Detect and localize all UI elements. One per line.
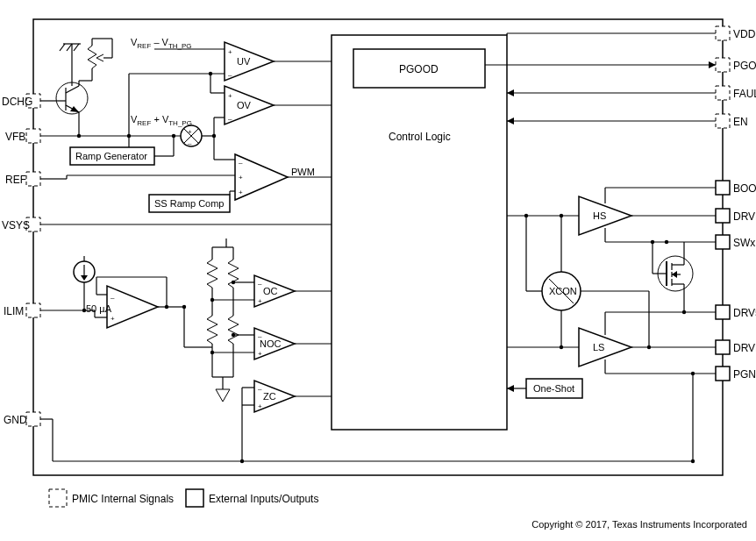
svg-text:+: + bbox=[188, 128, 192, 136]
pin-vdd bbox=[716, 26, 730, 40]
pin-vsys-label: VSYS bbox=[2, 219, 30, 231]
svg-text:–: – bbox=[228, 71, 232, 79]
pin-swx bbox=[716, 235, 730, 249]
svg-point-164 bbox=[682, 310, 686, 314]
svg-point-167 bbox=[651, 240, 654, 244]
svg-text:+: + bbox=[258, 402, 262, 410]
svg-point-132 bbox=[665, 240, 668, 244]
svg-point-170 bbox=[691, 459, 695, 463]
ov-label: OV bbox=[237, 100, 252, 110]
control-logic-label: Control Logic bbox=[389, 131, 451, 143]
pin-swx-label: SWx bbox=[733, 237, 755, 249]
svg-point-78 bbox=[165, 305, 168, 309]
pin-vfb bbox=[26, 129, 40, 143]
svg-text:+: + bbox=[228, 92, 232, 100]
xcon-label: XCON bbox=[549, 286, 577, 296]
svg-point-147 bbox=[647, 345, 651, 349]
uv-label: UV bbox=[237, 56, 251, 67]
pin-drvhx-label: DRVHx bbox=[733, 210, 756, 223]
control-logic-block bbox=[332, 35, 507, 430]
svg-text:–: – bbox=[258, 385, 262, 393]
pin-ref-label: REF bbox=[5, 174, 26, 186]
pin-en bbox=[716, 114, 730, 128]
svg-text:–: – bbox=[188, 139, 192, 147]
svg-text:+: + bbox=[228, 48, 232, 56]
one-shot-label: One-Shot bbox=[533, 383, 574, 394]
i50-label: 50 µA bbox=[86, 303, 112, 314]
svg-text:–: – bbox=[258, 332, 262, 340]
svg-point-169 bbox=[691, 372, 695, 375]
svg-text:+: + bbox=[239, 189, 243, 196]
legend-extio-label: External Inputs/Outputs bbox=[209, 493, 318, 505]
svg-text:–: – bbox=[228, 115, 232, 123]
legend-dashed-icon bbox=[49, 489, 67, 507]
svg-point-34 bbox=[77, 134, 81, 138]
svg-point-142 bbox=[560, 214, 563, 217]
ss-ramp-label: SS Ramp Comp bbox=[154, 198, 224, 209]
pin-fault bbox=[716, 86, 730, 100]
legend-solid-icon bbox=[186, 489, 203, 507]
pwm-label: PWM bbox=[291, 167, 315, 177]
svg-point-41 bbox=[172, 134, 175, 138]
svg-point-93 bbox=[182, 305, 186, 309]
pin-ilim-label: ILIM bbox=[4, 305, 24, 317]
pin-drvlx bbox=[716, 340, 730, 354]
pin-en-label: EN bbox=[733, 116, 748, 128]
pin-bootx bbox=[716, 181, 730, 195]
svg-point-144 bbox=[560, 345, 563, 349]
legend-pmic-label: PMIC Internal Signals bbox=[72, 493, 174, 505]
svg-text:+: + bbox=[258, 350, 262, 358]
pin-dchg-label: DCHG bbox=[2, 96, 32, 108]
pin-gnd-label: GND bbox=[4, 414, 27, 426]
ramp-gen-label: Ramp Generator bbox=[75, 151, 147, 161]
zc-label: ZC bbox=[263, 391, 276, 402]
svg-point-53 bbox=[212, 134, 216, 138]
pin-pgood-label: PGOOD bbox=[733, 60, 756, 72]
svg-text:–: – bbox=[258, 280, 262, 288]
svg-text:+: + bbox=[239, 174, 243, 182]
svg-point-99 bbox=[210, 298, 214, 302]
svg-text:+: + bbox=[111, 315, 115, 323]
svg-point-98 bbox=[232, 281, 235, 284]
pin-drv5v-label: DRV5V_x_x bbox=[733, 307, 756, 319]
pin-vdd-label: VDD bbox=[733, 28, 756, 40]
svg-text:–: – bbox=[239, 159, 243, 167]
hs-label: HS bbox=[593, 210, 606, 221]
pgood-block-label: PGOOD bbox=[399, 63, 439, 75]
svg-point-118 bbox=[240, 459, 244, 463]
svg-text:–: – bbox=[111, 294, 115, 302]
copyright-text: Copyright © 2017, Texas Instruments Inco… bbox=[531, 519, 747, 530]
pin-drvlx-label: DRVLx bbox=[733, 342, 756, 354]
pin-ilim bbox=[26, 303, 40, 317]
pin-vfb-label: VFB bbox=[5, 131, 25, 143]
ls-label: LS bbox=[593, 342, 604, 352]
pin-gnd bbox=[26, 412, 40, 426]
pin-pgood bbox=[716, 58, 730, 72]
pin-drv5v bbox=[716, 305, 730, 319]
svg-text:+: + bbox=[258, 297, 262, 305]
pin-bootx-label: BOOTx bbox=[733, 182, 756, 195]
pin-pgndsnsx bbox=[716, 367, 730, 381]
svg-point-150 bbox=[524, 214, 528, 217]
block-diagram: DCHG VFB REF VSYS ILIM GND VDD PGOOD FAU… bbox=[0, 0, 756, 541]
svg-point-105 bbox=[232, 333, 235, 337]
pin-pgndsnsx-label: PGNDSNSx bbox=[733, 368, 756, 381]
noc-label: NOC bbox=[260, 338, 282, 349]
pin-drvhx bbox=[716, 209, 730, 223]
pin-fault-label: FAULT bbox=[733, 88, 756, 100]
oc-label: OC bbox=[263, 286, 278, 296]
svg-point-106 bbox=[210, 351, 214, 354]
pin-ref bbox=[26, 172, 40, 186]
